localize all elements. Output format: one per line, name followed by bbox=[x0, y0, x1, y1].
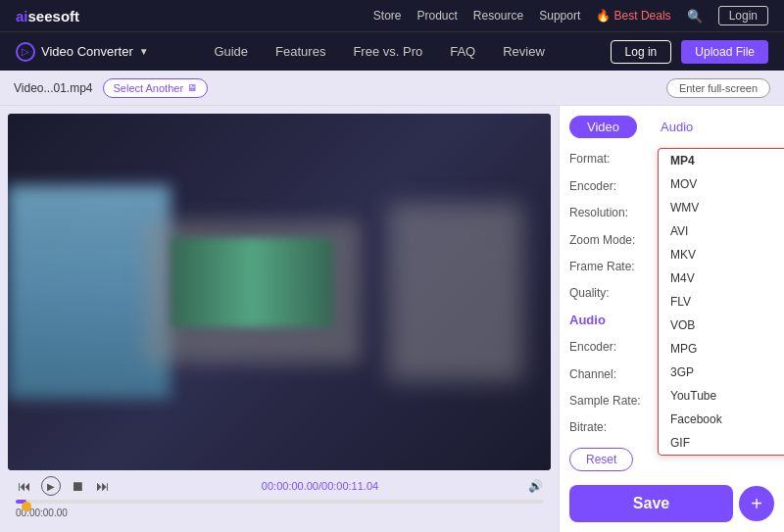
channel-label: Channel: bbox=[569, 367, 658, 381]
volume-icon[interactable]: 🔊 bbox=[528, 479, 543, 493]
dropdown-arrow-icon[interactable]: ▼ bbox=[139, 46, 149, 57]
support-link[interactable]: Support bbox=[539, 9, 580, 23]
format-label: Format: bbox=[569, 152, 658, 166]
player-controls: ⏮ ▶ ⏹ ⏭ 00:00:00.00/00:00:11.04 🔊 00:00:… bbox=[8, 470, 551, 524]
audio-section-label: Audio bbox=[569, 313, 658, 327]
free-vs-pro-link[interactable]: Free vs. Pro bbox=[353, 44, 422, 59]
resource-link[interactable]: Resource bbox=[473, 9, 523, 23]
select-another-label: Select Another bbox=[114, 82, 184, 94]
encoder-label: Encoder: bbox=[569, 179, 658, 193]
format-option-youtube[interactable]: YouTube bbox=[659, 384, 784, 408]
second-nav-links: Guide Features Free vs. Pro FAQ Review bbox=[180, 44, 579, 59]
format-option-mov[interactable]: MOV bbox=[659, 172, 784, 196]
product-link[interactable]: Product bbox=[417, 9, 458, 23]
reset-button[interactable]: Reset bbox=[569, 448, 633, 471]
thumb-green-bar bbox=[171, 238, 333, 327]
frame-rate-label: Frame Rate: bbox=[569, 260, 658, 273]
current-time: 00:00:00.00 bbox=[16, 506, 543, 522]
select-another-button[interactable]: Select Another 🖥 bbox=[103, 78, 209, 98]
logo: aiseesoft bbox=[16, 8, 79, 24]
format-option-gif[interactable]: GIF bbox=[659, 431, 784, 455]
format-option-wmv[interactable]: WMV bbox=[659, 196, 784, 219]
format-option-facebook[interactable]: Facebook bbox=[659, 408, 784, 431]
app-title-text: Video Converter bbox=[41, 44, 133, 59]
save-button[interactable]: Save bbox=[569, 485, 733, 522]
tab-row: Video Audio bbox=[569, 116, 774, 138]
play-button[interactable]: ▶ bbox=[41, 476, 61, 496]
time-display: 00:00:00.00/00:00:11.04 bbox=[262, 480, 378, 492]
format-option-avi[interactable]: AVI bbox=[659, 219, 784, 243]
controls-left: ⏮ ▶ ⏹ ⏭ bbox=[16, 476, 112, 496]
format-dropdown-container: MP4 ▼ MP4 MOV WMV AVI MKV M4V FLV VOB MP… bbox=[658, 148, 774, 169]
stop-button[interactable]: ⏹ bbox=[69, 476, 86, 496]
quality-label: Quality: bbox=[569, 286, 658, 300]
resolution-label: Resolution: bbox=[569, 206, 658, 219]
monitor-icon: 🖥 bbox=[187, 82, 197, 93]
top-nav-links: Store Product Resource Support 🔥 Best De… bbox=[373, 6, 768, 25]
save-row: Save + bbox=[569, 477, 774, 522]
second-nav-bar: ▷ Video Converter ▼ Guide Features Free … bbox=[0, 31, 784, 71]
thumb-blur-right bbox=[388, 203, 524, 381]
bitrate-label: Bitrate: bbox=[569, 420, 658, 434]
file-bar-left: Video...01.mp4 Select Another 🖥 bbox=[14, 78, 208, 98]
tab-audio[interactable]: Audio bbox=[643, 116, 710, 138]
fullscreen-button[interactable]: Enter full-screen bbox=[666, 78, 770, 98]
progress-bar[interactable] bbox=[16, 500, 543, 504]
format-option-3gp[interactable]: 3GP bbox=[659, 361, 784, 384]
login-button-second[interactable]: Log in bbox=[611, 40, 672, 64]
zoom-mode-label: Zoom Mode: bbox=[569, 233, 658, 247]
guide-link[interactable]: Guide bbox=[214, 44, 248, 59]
settings-panel: Video Audio Format: MP4 ▼ MP4 MOV WMV bbox=[559, 106, 784, 532]
controls-row: ⏮ ▶ ⏹ ⏭ 00:00:00.00/00:00:11.04 🔊 bbox=[16, 474, 543, 498]
search-icon[interactable]: 🔍 bbox=[687, 9, 703, 24]
faq-link[interactable]: FAQ bbox=[450, 44, 475, 59]
time-marker bbox=[22, 502, 31, 511]
app-title: ▷ Video Converter ▼ bbox=[16, 42, 149, 62]
upload-file-button[interactable]: Upload File bbox=[681, 40, 768, 64]
second-nav-actions: Log in Upload File bbox=[611, 40, 768, 64]
format-option-m4v[interactable]: M4V bbox=[659, 266, 784, 290]
file-name: Video...01.mp4 bbox=[14, 81, 93, 95]
tab-video[interactable]: Video bbox=[569, 116, 637, 138]
best-deals-link[interactable]: 🔥 Best Deals bbox=[596, 9, 670, 23]
rewind-button[interactable]: ⏮ bbox=[16, 476, 33, 496]
format-option-flv[interactable]: FLV bbox=[659, 290, 784, 314]
audio-encoder-label: Encoder: bbox=[569, 340, 658, 354]
save-plus-button[interactable]: + bbox=[739, 486, 774, 521]
app-icon: ▷ bbox=[16, 42, 35, 62]
main-content: Video...01.mp4 Select Another 🖥 Enter fu… bbox=[0, 71, 784, 532]
content-row: ⏮ ▶ ⏹ ⏭ 00:00:00.00/00:00:11.04 🔊 00:00:… bbox=[0, 106, 784, 532]
file-bar: Video...01.mp4 Select Another 🖥 Enter fu… bbox=[0, 71, 784, 106]
fast-forward-button[interactable]: ⏭ bbox=[94, 476, 112, 496]
plus-icon: + bbox=[751, 493, 762, 515]
video-thumbnail bbox=[8, 114, 551, 470]
store-link[interactable]: Store bbox=[373, 9, 402, 23]
login-button-top[interactable]: Login bbox=[718, 6, 768, 25]
format-option-vob[interactable]: VOB bbox=[659, 314, 784, 337]
top-nav-bar: aiseesoft Store Product Resource Support… bbox=[0, 0, 784, 31]
video-area: ⏮ ▶ ⏹ ⏭ 00:00:00.00/00:00:11.04 🔊 00:00:… bbox=[0, 106, 559, 532]
video-preview bbox=[8, 114, 551, 470]
format-option-mp4[interactable]: MP4 bbox=[659, 149, 784, 172]
format-row: Format: MP4 ▼ MP4 MOV WMV AVI MKV M4V F bbox=[569, 148, 774, 169]
logo-text: aiseesoft bbox=[16, 8, 79, 24]
sample-rate-label: Sample Rate: bbox=[569, 394, 658, 408]
format-option-mpg[interactable]: MPG bbox=[659, 337, 784, 361]
review-link[interactable]: Review bbox=[503, 44, 545, 59]
format-dropdown-menu: MP4 MOV WMV AVI MKV M4V FLV VOB MPG 3GP … bbox=[658, 148, 784, 456]
features-link[interactable]: Features bbox=[275, 44, 325, 59]
format-option-mkv[interactable]: MKV bbox=[659, 243, 784, 266]
